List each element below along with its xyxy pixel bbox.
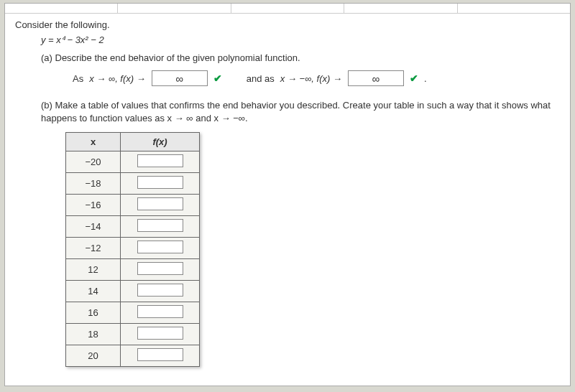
table-row: 18 [66, 324, 200, 345]
check-icon: ✔ [410, 73, 418, 84]
table-row: 14 [66, 281, 200, 302]
part-b-line2: happens to function values as x → ∞ and … [41, 113, 248, 123]
values-table: x f(x) −20 −18 −16 −14 −12 [65, 132, 200, 367]
part-b-line1: (b) Make a table of values that confirms… [41, 100, 551, 111]
x-cell: 20 [66, 345, 121, 367]
x-cell: −16 [66, 195, 121, 216]
fx-input[interactable] [137, 197, 183, 210]
fx-cell [121, 151, 200, 173]
fx-cell [121, 238, 200, 259]
x-cell: −20 [66, 151, 121, 173]
x-cell: −18 [66, 173, 121, 195]
fx-cell [121, 259, 200, 281]
fx-cell [121, 173, 200, 195]
question-prompt: Consider the following. [15, 19, 560, 30]
limit-2-math: x → −∞, f(x) → [280, 73, 342, 84]
table-header-row: x f(x) [66, 133, 200, 151]
answer-box-2[interactable]: ∞ [348, 70, 404, 86]
as-text: As [73, 73, 83, 84]
table-row: −16 [66, 195, 200, 216]
x-cell: 12 [66, 259, 121, 281]
fx-cell [121, 216, 200, 238]
top-tab-row [5, 4, 570, 14]
fx-cell [121, 345, 200, 367]
part-a-label: (a) Describe the end behavior of the giv… [41, 52, 560, 63]
fx-cell [121, 195, 200, 216]
answer-box-1[interactable]: ∞ [152, 70, 208, 86]
x-cell: −12 [66, 238, 121, 259]
fx-input[interactable] [137, 305, 183, 318]
part-b-label: (b) Make a table of values that confirms… [41, 99, 560, 125]
part-a-answer-row: As x → ∞, f(x) → ∞ ✔ and as x → −∞, f(x)… [73, 70, 560, 86]
fx-input[interactable] [137, 348, 183, 361]
col-header-x: x [66, 133, 121, 151]
fx-input[interactable] [137, 154, 183, 167]
table-row: −12 [66, 238, 200, 259]
check-icon: ✔ [213, 73, 222, 84]
tab-seg [458, 4, 570, 14]
question-card: Consider the following. y = x⁴ − 3x² − 2… [4, 3, 571, 386]
fx-input[interactable] [137, 241, 183, 253]
and-as-text: and as [247, 73, 275, 84]
tab-seg [118, 4, 231, 14]
x-cell: 16 [66, 302, 121, 324]
fx-input[interactable] [137, 284, 183, 297]
table-row: −14 [66, 216, 200, 238]
fx-input[interactable] [137, 262, 183, 275]
fx-input[interactable] [137, 176, 183, 189]
trailing-dot: . [424, 73, 427, 84]
fx-cell [121, 281, 200, 302]
x-cell: −14 [66, 216, 121, 238]
fx-input[interactable] [137, 327, 183, 340]
table-row: 12 [66, 259, 200, 281]
fx-cell [121, 324, 200, 345]
table-body: −20 −18 −16 −14 −12 12 [66, 151, 200, 367]
table-row: −20 [66, 151, 200, 173]
fx-input[interactable] [137, 219, 183, 232]
limit-1-math: x → ∞, f(x) → [89, 73, 146, 84]
table-row: 16 [66, 302, 200, 324]
table-row: 20 [66, 345, 200, 367]
tab-seg [5, 4, 118, 14]
equation: y = x⁴ − 3x² − 2 [41, 34, 560, 45]
fx-cell [121, 302, 200, 324]
col-header-fx: f(x) [121, 133, 200, 151]
table-row: −18 [66, 173, 200, 195]
tab-seg [231, 4, 344, 14]
tab-seg [344, 4, 457, 14]
x-cell: 18 [66, 324, 121, 345]
x-cell: 14 [66, 281, 121, 302]
